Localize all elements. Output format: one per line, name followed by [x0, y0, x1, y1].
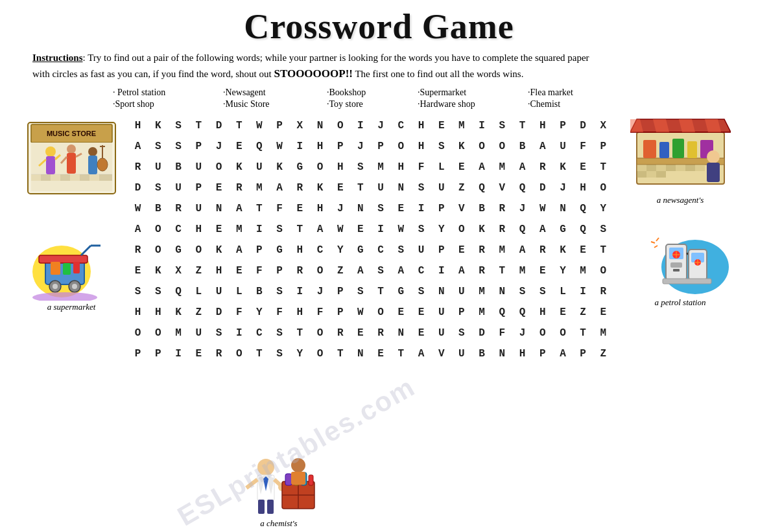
svg-rect-11: [89, 174, 99, 181]
grid-row-0: H K S T D T W P X N O I J C H E M I S T …: [135, 115, 610, 136]
svg-rect-12: [99, 174, 112, 181]
svg-rect-59: [685, 165, 695, 171]
svg-line-79: [656, 238, 659, 241]
svg-rect-9: [70, 174, 80, 181]
svg-point-82: [257, 459, 274, 476]
svg-point-52: [707, 150, 720, 163]
grid-row-2: R U B U O K U K G O H S M H F L E A M A …: [135, 157, 610, 178]
svg-rect-61: [637, 171, 646, 178]
grid-row-9: H H K Z D F Y F H F P W O E E U P M Q Q …: [135, 302, 610, 323]
svg-rect-56: [656, 165, 666, 171]
svg-rect-90: [258, 500, 265, 514]
svg-line-80: [651, 242, 655, 243]
svg-rect-10: [80, 174, 89, 181]
word-newsagent: ·Newsagent: [220, 87, 324, 98]
instructions-block: Instructions: Try to find out a pair of …: [19, 51, 603, 82]
svg-point-23: [97, 158, 108, 171]
svg-rect-8: [60, 174, 70, 181]
svg-rect-55: [646, 165, 656, 171]
supermarket-caption: a supermarket: [47, 302, 96, 312]
grid-row-10: O O M U S I C S T O R E R N E U S D F J …: [135, 323, 610, 343]
svg-rect-47: [643, 140, 656, 158]
grid-row-1: A S S P J E Q W I H P J P O H S K O O B …: [135, 136, 610, 157]
svg-point-34: [72, 284, 77, 289]
instructions-text2: The first one to find out all the words …: [353, 69, 523, 79]
svg-point-13: [45, 146, 56, 157]
word-supermarket: ·Supermarket: [415, 87, 525, 98]
grid-row-8: S S Q L U L B S I J P S T G S N U M N S …: [135, 281, 610, 302]
svg-rect-53: [707, 163, 720, 182]
main-content: MUSIC STORE: [19, 113, 739, 364]
shout-text: STOOOOOOP!!: [274, 67, 353, 80]
svg-rect-54: [637, 165, 646, 171]
svg-rect-60: [695, 165, 705, 171]
svg-rect-58: [676, 165, 685, 171]
svg-rect-62: [646, 171, 656, 178]
svg-rect-57: [666, 165, 676, 171]
supermarket-block: a supermarket: [26, 229, 117, 312]
music-store-block: MUSIC STORE: [25, 119, 119, 197]
petrol-caption: a petrol station: [655, 297, 706, 308]
newsagent-icon: [630, 113, 731, 194]
word-toy-store: ·Toy store: [324, 98, 415, 110]
right-images: a newsagent's: [622, 113, 739, 364]
svg-rect-48: [659, 142, 669, 158]
svg-rect-68: [673, 269, 680, 272]
svg-rect-37: [73, 262, 80, 273]
word-music-store: ·Music Store: [220, 98, 324, 110]
petrol-icon: [630, 225, 731, 296]
grid-row-3: D S U P E R M A R K E T U N S U Z Q V Q …: [135, 178, 610, 198]
svg-rect-50: [687, 141, 697, 158]
svg-rect-78: [663, 279, 711, 284]
svg-rect-95: [285, 474, 292, 485]
svg-rect-91: [267, 500, 274, 514]
word-petrol-station: · Petrol station: [110, 87, 220, 98]
svg-point-17: [67, 145, 76, 154]
newsagent-caption: a newsagent's: [657, 195, 704, 205]
svg-line-81: [654, 246, 657, 248]
word-bookshop: ·Bookshop: [324, 87, 415, 98]
svg-point-21: [88, 147, 97, 156]
word-chemist: ·Chemist: [525, 98, 622, 110]
page: Crossword Game Instructions: Try to find…: [0, 0, 758, 532]
svg-line-87: [246, 480, 257, 488]
svg-point-99: [291, 458, 305, 472]
grid-row-11: P P I E R O T S Y O T N E T A V U B N H …: [135, 343, 610, 364]
svg-rect-7: [51, 174, 60, 181]
word-hardware-shop: ·Hardware shop: [415, 98, 525, 110]
svg-rect-67: [670, 262, 682, 268]
word-search-area: H K S T D T W P X N O I J C H E M I S T …: [123, 113, 622, 364]
svg-rect-18: [67, 153, 76, 174]
chemist-icon: [233, 449, 324, 517]
grid-row-4: W B R U N A T F E H J N S E I P V B R J …: [135, 198, 610, 219]
svg-rect-5: [31, 174, 41, 181]
chemist-caption: a chemist's: [260, 518, 297, 529]
svg-point-38: [32, 292, 97, 301]
word-sport-shop: ·Sport shop: [110, 98, 220, 110]
svg-point-32: [53, 284, 58, 289]
svg-rect-6: [41, 174, 51, 181]
word-flea-market: ·Flea market: [525, 87, 622, 98]
svg-rect-63: [656, 171, 666, 178]
grid-row-5: A O C H E M I S T A W E I W S Y O K R Q …: [135, 219, 610, 240]
word-grid: H K S T D T W P X N O I J C H E M I S T …: [135, 115, 610, 364]
svg-rect-28: [39, 255, 88, 263]
word-list: · Petrol station ·Newsagent ·Bookshop ·S…: [110, 87, 668, 110]
music-store-icon: MUSIC STORE: [25, 119, 119, 197]
svg-text:MUSIC STORE: MUSIC STORE: [46, 130, 95, 137]
svg-rect-14: [46, 156, 55, 174]
petrol-block: a petrol station: [630, 225, 731, 308]
page-title: Crossword Game: [19, 6, 739, 47]
svg-rect-49: [672, 139, 684, 158]
svg-rect-22: [88, 156, 97, 174]
supermarket-icon: [26, 229, 117, 301]
instructions-label: Instructions: [32, 52, 83, 63]
svg-rect-35: [51, 262, 60, 275]
svg-line-29: [81, 246, 91, 255]
svg-rect-36: [63, 263, 71, 275]
grid-row-7: E K X Z H E F P R O Z A S A C I A R T M …: [135, 260, 610, 281]
grid-row-6: R O G O K A P G H C Y G C S U P E R M A …: [135, 240, 610, 260]
left-images: MUSIC STORE: [19, 113, 123, 364]
chemist-block: a chemist's: [233, 449, 324, 529]
newsagent-block: a newsagent's: [630, 113, 731, 205]
